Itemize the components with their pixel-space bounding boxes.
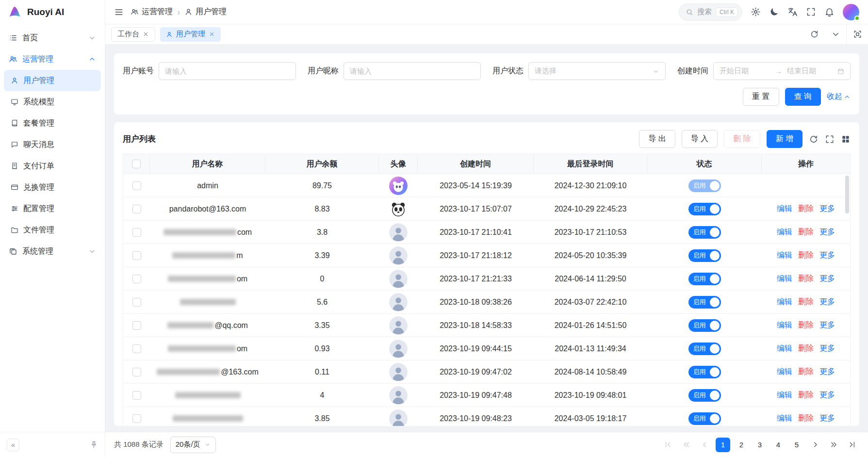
more-link[interactable]: 更多	[819, 297, 835, 307]
page-number-3[interactable]: 3	[753, 438, 767, 452]
content-fullscreen-button[interactable]	[847, 24, 868, 44]
status-select[interactable]: 请选择	[528, 62, 666, 80]
translate-icon[interactable]	[787, 7, 798, 17]
edit-link[interactable]: 编辑	[777, 413, 792, 424]
delete-link[interactable]: 删除	[798, 343, 814, 354]
row-checkbox[interactable]	[132, 414, 141, 423]
row-checkbox[interactable]	[132, 205, 141, 213]
delete-link[interactable]: 删除	[798, 390, 814, 400]
delete-link[interactable]: 删除	[798, 227, 814, 237]
more-link[interactable]: 更多	[819, 390, 835, 400]
status-toggle[interactable]: 启用	[688, 226, 721, 239]
row-checkbox[interactable]	[132, 181, 141, 190]
first-page-button[interactable]	[660, 438, 675, 452]
bell-icon[interactable]	[824, 7, 835, 17]
delete-link[interactable]: 删除	[798, 367, 814, 377]
tab-menu-button[interactable]	[825, 24, 846, 44]
gear-icon[interactable]	[751, 7, 761, 17]
edit-link[interactable]: 编辑	[777, 250, 792, 261]
close-icon[interactable]	[209, 31, 215, 37]
sidebar-collapse-button[interactable]: «	[7, 439, 19, 451]
back-10-pages-button[interactable]	[679, 438, 693, 452]
reset-button[interactable]: 重 置	[743, 88, 779, 106]
nickname-input[interactable]	[344, 62, 481, 80]
more-link[interactable]: 更多	[819, 413, 835, 424]
status-toggle[interactable]: 启用	[688, 249, 721, 262]
tab-workbench[interactable]: 工作台	[111, 27, 155, 42]
row-checkbox[interactable]	[132, 344, 141, 353]
row-checkbox[interactable]	[132, 298, 141, 307]
status-toggle[interactable]: 启用	[688, 203, 721, 215]
breadcrumb-item-operations[interactable]: 运营管理	[131, 7, 173, 17]
collapse-filter-link[interactable]: 收起	[827, 92, 851, 102]
more-link[interactable]: 更多	[819, 250, 835, 261]
status-toggle[interactable]: 启用	[688, 389, 721, 402]
status-toggle[interactable]: 启用	[688, 412, 721, 425]
menu-toggle-button[interactable]	[114, 7, 124, 17]
status-toggle[interactable]: 启用	[688, 343, 721, 355]
edit-link[interactable]: 编辑	[777, 297, 792, 307]
row-checkbox[interactable]	[132, 368, 141, 376]
pin-icon[interactable]	[90, 441, 98, 449]
status-toggle[interactable]: 启用	[688, 180, 721, 192]
column-header[interactable]: 操作	[762, 154, 850, 174]
fullscreen-icon[interactable]	[806, 7, 816, 17]
sidebar-subitem-7[interactable]: 文件管理	[4, 219, 101, 241]
breadcrumb-item-users[interactable]: 用户管理	[184, 7, 227, 17]
sidebar-subitem-3[interactable]: 聊天消息	[4, 134, 101, 155]
sidebar-subitem-4[interactable]: 支付订单	[4, 155, 101, 177]
sidebar-subitem-6[interactable]: 配置管理	[4, 198, 101, 219]
forward-10-pages-button[interactable]	[826, 438, 841, 452]
account-input[interactable]	[159, 62, 296, 80]
row-checkbox[interactable]	[132, 228, 141, 237]
close-icon[interactable]	[143, 31, 149, 37]
status-toggle[interactable]: 启用	[688, 273, 721, 285]
sidebar-item-system[interactable]: 系统管理	[4, 241, 101, 262]
status-toggle[interactable]: 启用	[688, 366, 721, 378]
page-number-1[interactable]: 1	[716, 438, 730, 452]
sidebar-subitem-0[interactable]: 用户管理	[4, 70, 101, 91]
sidebar-subitem-1[interactable]: 系统模型	[4, 91, 101, 113]
last-page-button[interactable]	[845, 438, 859, 452]
edit-link[interactable]: 编辑	[777, 227, 792, 237]
page-number-5[interactable]: 5	[789, 438, 804, 452]
edit-link[interactable]: 编辑	[777, 390, 792, 400]
table-scrollbar[interactable]	[845, 176, 849, 213]
page-number-4[interactable]: 4	[771, 438, 786, 452]
more-link[interactable]: 更多	[819, 367, 835, 377]
edit-link[interactable]: 编辑	[777, 274, 792, 284]
import-button[interactable]: 导 入	[682, 130, 718, 148]
column-header[interactable]: 用户余额	[265, 154, 379, 174]
sidebar-subitem-2[interactable]: 套餐管理	[4, 113, 101, 134]
date-range-picker[interactable]: 开始日期 → 结束日期	[713, 62, 851, 80]
column-header[interactable]: 状态	[647, 154, 762, 174]
next-page-button[interactable]	[808, 438, 822, 452]
avatar[interactable]	[843, 4, 859, 20]
delete-button[interactable]: 删 除	[724, 130, 760, 148]
refresh-tab-button[interactable]	[803, 24, 825, 44]
column-header[interactable]: 头像	[379, 154, 418, 174]
row-checkbox[interactable]	[132, 275, 141, 283]
row-checkbox[interactable]	[132, 391, 141, 400]
select-all-checkbox[interactable]	[132, 160, 141, 168]
more-link[interactable]: 更多	[819, 343, 835, 354]
page-size-select[interactable]: 20条/页	[170, 437, 216, 453]
moon-icon[interactable]	[769, 7, 779, 17]
more-link[interactable]: 更多	[819, 320, 835, 330]
sidebar-item-home[interactable]: 首页	[4, 27, 101, 49]
refresh-icon[interactable]	[809, 134, 819, 144]
sidebar-subitem-5[interactable]: 兑换管理	[4, 177, 101, 198]
status-toggle[interactable]: 启用	[688, 296, 721, 309]
delete-link[interactable]: 删除	[798, 413, 814, 424]
search-button[interactable]: 查 询	[785, 88, 821, 106]
global-search[interactable]: 搜索 Ctrl K	[679, 3, 742, 21]
more-link[interactable]: 更多	[819, 204, 835, 214]
row-checkbox[interactable]	[132, 321, 141, 330]
column-header[interactable]: 最后登录时间	[534, 154, 647, 174]
prev-page-button[interactable]	[697, 438, 712, 452]
add-button[interactable]: 新 增	[767, 130, 802, 148]
delete-link[interactable]: 删除	[798, 274, 814, 284]
column-header[interactable]: 创建时间	[418, 154, 534, 174]
delete-link[interactable]: 删除	[798, 297, 814, 307]
page-number-2[interactable]: 2	[734, 438, 749, 452]
